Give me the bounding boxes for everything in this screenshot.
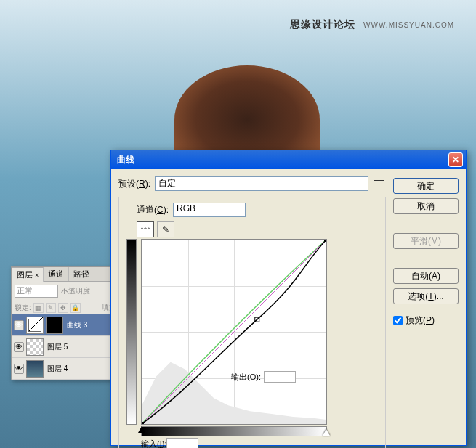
pencil-tool-button[interactable]: ✎ [157,221,174,237]
tab-paths[interactable]: 路径 [69,267,94,281]
svg-rect-1 [142,422,144,424]
tab-layers[interactable]: 图层× [12,267,44,282]
watermark-cn: 思缘设计论坛 [290,18,355,30]
input-value-field[interactable] [166,438,198,448]
input-label: 输入(I): [141,438,327,448]
lock-position-icon[interactable]: ✥ [58,303,68,313]
lock-all-icon[interactable]: 🔒 [70,303,81,313]
visibility-icon[interactable]: 👁 [14,320,24,330]
lock-label: 锁定: [15,303,31,313]
options-button[interactable]: 选项(T)... [393,288,459,304]
channel-select[interactable]: RGB [173,203,246,217]
output-value-field[interactable] [264,371,296,383]
layer-name: 曲线 3 [65,320,87,330]
blend-mode-select[interactable]: 正常 [15,285,58,298]
layer-name: 图层 4 [46,364,68,374]
visibility-icon[interactable]: 👁 [14,364,24,374]
tab-channels[interactable]: 通道 [44,267,69,281]
visibility-icon[interactable]: 👁 [14,342,24,352]
layer-item-5[interactable]: 👁 图层 5 [12,336,119,358]
layers-tabs: 图层× 通道 路径 [12,267,119,282]
input-gradient[interactable] [141,426,327,436]
preset-select[interactable]: 自定 [155,176,368,191]
smooth-button[interactable]: 平滑(M) [393,233,459,249]
close-button[interactable]: ✕ [448,152,463,167]
cancel-button[interactable]: 取消 [393,198,459,214]
layer-item-curves3[interactable]: 👁 曲线 3 [12,314,119,336]
mask-thumb-icon [46,317,63,334]
preview-checkbox[interactable] [393,316,403,325]
lock-transparency-icon[interactable]: ▦ [33,303,44,313]
black-point-slider[interactable] [138,426,145,433]
layer-thumb-icon [26,338,44,356]
auto-button[interactable]: 自动(A) [393,268,459,284]
curve-tool-button[interactable]: 〰 [137,221,154,237]
curves-thumb-icon [26,317,44,334]
layers-panel: 图层× 通道 路径 正常 不透明度 锁定: ▦ ✎ ✥ 🔒 填充 👁 曲线 3 … [11,266,120,380]
opacity-label: 不透明度 [61,286,90,296]
curve-graph[interactable] [141,239,327,425]
layer-list: 👁 曲线 3 👁 图层 5 👁 图层 4 [12,314,119,380]
dialog-title: 曲线 [114,154,448,166]
titlebar[interactable]: 曲线 ✕ [111,150,466,169]
curve-lines [142,240,326,424]
preset-menu-icon[interactable] [373,179,386,189]
preview-label: 预览(P) [406,314,435,327]
layer-thumb-icon [26,360,44,378]
preset-label: 预设(R): [118,178,150,190]
output-label: 输出(O): [231,371,296,383]
layer-item-4[interactable]: 👁 图层 4 [12,358,119,380]
curves-dialog: 曲线 ✕ 预设(R): 自定 通道(C): RGB 〰 ✎ [110,150,467,446]
svg-rect-3 [324,240,326,242]
layer-name: 图层 5 [46,342,68,352]
ok-button[interactable]: 确定 [393,178,459,194]
channel-label: 通道(C): [137,204,169,216]
lock-image-icon[interactable]: ✎ [46,303,56,313]
watermark-en: WWW.MISSYUAN.COM [363,21,454,29]
output-gradient [126,239,137,425]
white-point-slider[interactable] [323,425,330,436]
watermark-top: 思缘设计论坛 WWW.MISSYUAN.COM [290,18,454,31]
